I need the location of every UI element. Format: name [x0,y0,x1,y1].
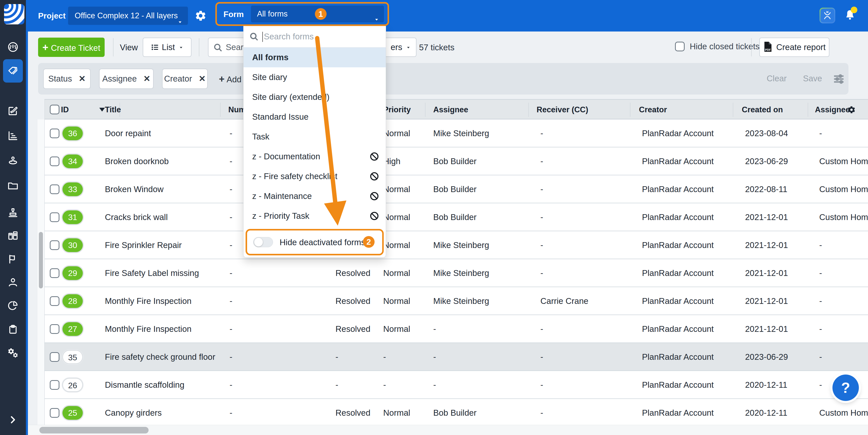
cell-assignee: - [433,343,436,371]
cell-number: - [229,259,232,287]
filter-settings-sliders-icon[interactable] [832,73,845,85]
col-created-on[interactable]: Created on [742,99,783,120]
row-checkbox[interactable] [50,240,59,250]
col-title[interactable]: Title [105,99,121,120]
settings-gears-icon[interactable] [7,347,19,359]
toggle-knob [254,238,263,246]
col-creator[interactable]: Creator [639,99,667,120]
clipboard-icon[interactable] [7,323,19,335]
horizontal-scrollbar-track[interactable] [28,425,868,435]
form-select[interactable]: All forms 1 [251,6,384,22]
form-option[interactable]: z - Maintenance [244,186,386,206]
horizontal-scrollbar-thumb[interactable] [39,427,149,433]
form-option-label: Site diary [252,72,287,82]
form-option-label: z - Priority Task [252,211,309,221]
col-assignee-extra[interactable]: Assignee' [815,99,852,120]
create-report-button[interactable]: PDFCreate report [759,38,829,57]
form-option[interactable]: All forms [244,48,386,67]
sort-descending-icon[interactable] [99,108,105,112]
plans-edit-icon[interactable] [7,105,19,117]
cell-receiver: - [540,231,543,259]
row-checkbox[interactable] [50,380,59,390]
row-checkbox[interactable] [50,128,59,138]
cell-title: Broken doorknob [105,147,168,175]
stats-icon[interactable] [7,130,19,142]
hide-deactivated-toggle[interactable] [253,237,273,247]
vertical-scrollbar-track[interactable] [37,119,44,425]
clear-filters-button[interactable]: Clear [767,74,787,83]
search-icon [249,32,259,41]
notifications-bell-icon[interactable] [844,8,856,22]
save-filters-button[interactable]: Save [803,74,822,83]
col-id[interactable]: ID [61,99,69,120]
table-row[interactable]: 28 Monthly Fire Inspection - Resolved No… [45,287,868,315]
buildings-icon[interactable] [7,229,19,241]
hide-closed-label: Hide closed tickets [690,42,760,51]
row-checkbox[interactable] [50,296,59,306]
filter-chip-assignee[interactable]: Assignee✕ [99,68,154,89]
table-row[interactable]: 34 Broken doorknob - High Bob Builder - … [45,147,868,175]
flag-icon[interactable] [7,253,19,265]
row-checkbox[interactable] [50,408,59,418]
table-row[interactable]: 29 Fire Safety Label missing - Resolved … [45,259,868,287]
documents-folder-icon[interactable] [7,180,19,191]
pie-chart-icon[interactable] [7,300,19,312]
create-ticket-button[interactable]: +Create Ticket [38,38,105,57]
table-row[interactable]: 25 Canopy girders - Resolved Normal Bob … [45,399,868,425]
row-checkbox[interactable] [50,184,59,194]
row-checkbox[interactable] [50,352,59,362]
table-row[interactable]: 31 Cracks brick wall - Normal Bob Builde… [45,203,868,231]
project-select[interactable]: Office Complex 12 - All layers [68,7,188,25]
table-row[interactable]: 30 Fire Sprinkler Repair - Normal Mike S… [45,231,868,259]
table-row[interactable]: 36 Door repaint - Normal Mike Steinberg … [45,119,868,147]
app-switcher-icon[interactable] [819,8,835,23]
help-button[interactable]: ? [832,375,859,401]
filter-chip-creator[interactable]: Creator✕ [162,68,208,89]
table-row[interactable]: 27 Monthly Fire Inspection - Resolved No… [45,315,868,343]
project-settings-gear-icon[interactable] [194,10,207,22]
form-search-input[interactable] [264,27,381,46]
col-assignee[interactable]: Assignee [433,99,468,120]
col-priority[interactable]: Priority [383,99,411,120]
row-checkbox[interactable] [50,268,59,278]
col-receiver[interactable]: Receiver (CC) [536,99,588,120]
form-option[interactable]: Standard Issue [244,107,386,127]
cell-number: - [229,399,232,425]
close-icon[interactable]: ✕ [144,74,151,83]
add-filter-button[interactable]: +Add [219,74,242,85]
stamp-icon[interactable] [7,207,19,219]
planradar-logo[interactable] [4,4,24,24]
form-dropdown-panel: All forms Site diary Site diary (extende… [243,26,386,258]
filter-chip-status[interactable]: Status✕ [43,68,91,89]
row-checkbox[interactable] [50,156,59,166]
dashboard-icon[interactable] [7,41,19,53]
form-option[interactable]: z - Priority Task [244,206,386,226]
form-option[interactable]: Task [244,127,386,147]
row-checkbox[interactable] [50,324,59,334]
column-settings-gear-icon[interactable] [847,106,856,114]
cell-assignee: Mike Steinberg [433,231,489,259]
select-all-checkbox[interactable] [50,105,59,114]
table-row[interactable]: 33 Broken Window - Normal Bob Builder - … [45,175,868,203]
user-icon[interactable] [7,277,19,288]
ticket-id-badge: 27 [62,322,83,336]
form-search-row[interactable] [244,26,386,48]
tickets-icon[interactable] [7,65,19,77]
form-option[interactable]: Site diary [244,67,386,87]
vertical-scrollbar-thumb[interactable] [39,232,43,288]
view-mode-select[interactable]: List [143,38,191,57]
table-row[interactable]: 26 Dismantle scaffolding - - - - - PlanR… [45,371,868,399]
row-checkbox[interactable] [50,212,59,222]
form-option[interactable]: z - Fire safety checklist [244,167,386,186]
hide-closed-tickets[interactable]: Hide closed tickets [675,42,760,51]
hide-closed-checkbox[interactable] [675,42,685,51]
ticket-id-badge: 28 [62,294,83,308]
table-row[interactable]: 35 Fire safety check ground floor - - - … [45,343,868,371]
close-icon[interactable]: ✕ [79,74,86,83]
form-option[interactable]: z - Documentation [244,147,386,167]
hide-deactivated-highlight: Hide deactivated forms 2 [246,229,384,255]
site-person-icon[interactable] [7,155,19,167]
close-icon[interactable]: ✕ [198,74,206,83]
sidebar-expand-chevron-icon[interactable] [7,414,19,426]
form-option[interactable]: Site diary (extended) [244,87,386,107]
